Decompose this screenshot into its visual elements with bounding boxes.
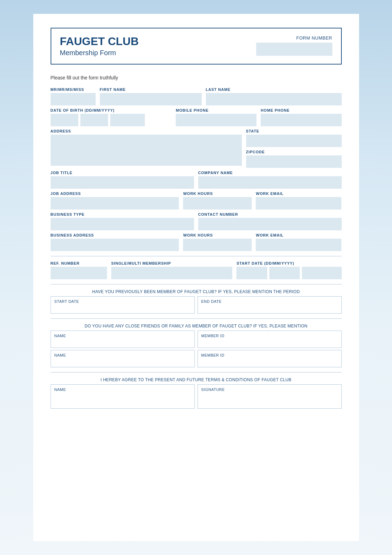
- work-email2-input[interactable]: [256, 239, 341, 251]
- home-phone-input[interactable]: [261, 114, 341, 126]
- state-field-group: STATE: [246, 129, 342, 147]
- zipcode-input[interactable]: [246, 155, 342, 168]
- divider-4: [51, 372, 342, 373]
- zipcode-field-group: ZIPCODE: [246, 150, 342, 168]
- company-name-input[interactable]: [198, 176, 342, 189]
- job-address-input[interactable]: [51, 197, 179, 210]
- address-input[interactable]: [51, 135, 242, 166]
- ref-number-label: REF. NUMBER: [51, 261, 107, 265]
- dob-mm-input[interactable]: [80, 114, 108, 126]
- first-name-label: FIRST NAME: [100, 87, 202, 92]
- single-multi-field-group: SINGLE/MULTI MEMBERSHIP: [111, 261, 233, 279]
- friend1-member-id-box[interactable]: MEMBER ID: [198, 331, 342, 348]
- dob-dd-input[interactable]: [51, 114, 78, 126]
- ref-number-input[interactable]: [51, 267, 107, 279]
- work-hours-field-group: WORK HOURS: [183, 191, 252, 210]
- instructions-text: Please fill out the form truthfully: [51, 75, 342, 80]
- dob-yyyy-input[interactable]: [110, 114, 145, 126]
- job-address-field-group: JOB ADDRESS: [51, 191, 179, 210]
- work-hours-input[interactable]: [183, 197, 252, 210]
- form-number-label: FORM NUMBER: [256, 35, 332, 41]
- form-number-box[interactable]: [256, 43, 332, 56]
- work-hours2-field-group: WORK HOURS: [183, 233, 252, 251]
- company-name-label: COMPANY NAME: [198, 171, 342, 175]
- agreement-signature-box[interactable]: SIGNATURE: [198, 384, 342, 409]
- work-hours2-input[interactable]: [183, 239, 252, 251]
- work-hours2-label: WORK HOURS: [183, 233, 252, 237]
- agreement-row: NAME SIGNATURE: [51, 384, 342, 409]
- single-multi-label: SINGLE/MULTI MEMBERSHIP: [111, 261, 233, 265]
- last-name-input[interactable]: [206, 93, 342, 105]
- friend2-member-id-label: MEMBER ID: [201, 353, 338, 357]
- work-email-field-group: WORK EMAIL: [256, 191, 341, 210]
- first-name-field-group: FIRST NAME: [100, 87, 202, 105]
- friend1-name-label: NAME: [54, 334, 191, 338]
- business-type-input[interactable]: [51, 218, 194, 230]
- state-input[interactable]: [246, 135, 342, 147]
- friend1-member-id-label: MEMBER ID: [201, 334, 338, 338]
- previous-member-dates: START DATE END DATE: [51, 296, 342, 314]
- job-title-field-group: JOB TITLE: [51, 171, 194, 189]
- prev-start-date-label: START DATE: [54, 299, 191, 304]
- divider-3: [51, 318, 342, 319]
- business-address-input[interactable]: [51, 239, 179, 251]
- friends-family-row-2: NAME MEMBER ID: [51, 350, 342, 367]
- job-address-row: JOB ADDRESS WORK HOURS WORK EMAIL: [51, 191, 342, 210]
- job-title-input[interactable]: [51, 176, 194, 189]
- start-yyyy-input[interactable]: [302, 267, 342, 279]
- business-address-row: BUSINESS ADDRESS WORK HOURS WORK EMAIL: [51, 233, 342, 251]
- start-date-field-group: START DATE (DD/MM/YYYY): [236, 261, 341, 279]
- business-type-row: BUSINESS TYPE CONTACT NUMBER: [51, 212, 342, 230]
- prev-end-date-box[interactable]: END DATE: [198, 296, 342, 314]
- first-name-input[interactable]: [100, 93, 202, 105]
- friend1-name-box[interactable]: NAME: [51, 331, 195, 348]
- dob-field-group: DATE OF BIRTH (DD/MM/YYYY): [51, 108, 172, 126]
- friend2-name-box[interactable]: NAME: [51, 350, 195, 367]
- form-type-label: Membership Form: [60, 49, 139, 57]
- business-address-label: BUSINESS ADDRESS: [51, 233, 179, 237]
- name-row: MR/MR/MS/MISS FIRST NAME LAST NAME: [51, 87, 342, 105]
- contact-number-label: CONTACT NUMBER: [198, 212, 342, 216]
- ref-membership-row: REF. NUMBER SINGLE/MULTI MEMBERSHIP STAR…: [51, 261, 342, 279]
- dob-phone-row: DATE OF BIRTH (DD/MM/YYYY) MOBILE PHONE …: [51, 108, 342, 126]
- friends-family-row-1: NAME MEMBER ID: [51, 331, 342, 348]
- business-type-label: BUSINESS TYPE: [51, 212, 194, 216]
- title-label: MR/MR/MS/MISS: [51, 87, 96, 92]
- job-company-row: JOB TITLE COMPANY NAME: [51, 171, 342, 189]
- zipcode-label: ZIPCODE: [246, 150, 342, 154]
- state-zip-group: STATE ZIPCODE: [246, 129, 342, 168]
- last-name-field-group: LAST NAME: [206, 87, 342, 105]
- work-hours-label: WORK HOURS: [183, 191, 252, 196]
- previous-member-question: HAVE YOU PREVIOUSLY BEEN MEMBER OF FAUGE…: [51, 289, 342, 294]
- business-type-field-group: BUSINESS TYPE: [51, 212, 194, 230]
- title-field-group: MR/MR/MS/MISS: [51, 87, 96, 105]
- state-label: STATE: [246, 129, 342, 133]
- single-multi-input[interactable]: [111, 267, 233, 279]
- last-name-label: LAST NAME: [206, 87, 342, 92]
- address-field-group: ADDRESS: [51, 129, 242, 166]
- membership-form-page: FAUGET CLUB Membership Form FORM NUMBER …: [33, 14, 359, 541]
- home-phone-label: HOME PHONE: [261, 108, 341, 112]
- title-input[interactable]: [51, 93, 96, 105]
- ref-number-field-group: REF. NUMBER: [51, 261, 107, 279]
- prev-start-date-box[interactable]: START DATE: [51, 296, 195, 314]
- agreement-name-box[interactable]: NAME: [51, 384, 195, 409]
- dob-label: DATE OF BIRTH (DD/MM/YYYY): [51, 108, 172, 112]
- contact-number-input[interactable]: [198, 218, 342, 230]
- club-name: FAUGET CLUB: [60, 35, 139, 48]
- friends-family-question: DO YOU HAVE ANY CLOSE FRIENDS OR FAMILY …: [51, 324, 342, 328]
- club-branding: FAUGET CLUB Membership Form: [60, 35, 139, 57]
- agreement-signature-label: SIGNATURE: [201, 387, 338, 392]
- divider-2: [51, 284, 342, 284]
- mobile-phone-input[interactable]: [176, 114, 256, 126]
- work-email-input[interactable]: [256, 197, 341, 210]
- divider-1: [51, 256, 342, 256]
- business-address-field-group: BUSINESS ADDRESS: [51, 233, 179, 251]
- friend2-member-id-box[interactable]: MEMBER ID: [198, 350, 342, 367]
- form-number-section: FORM NUMBER: [256, 35, 332, 56]
- address-row: ADDRESS STATE ZIPCODE: [51, 129, 342, 168]
- mobile-phone-label: MOBILE PHONE: [176, 108, 256, 112]
- start-mm-input[interactable]: [269, 267, 300, 279]
- mobile-phone-field-group: MOBILE PHONE: [176, 108, 256, 126]
- start-dd-input[interactable]: [236, 267, 267, 279]
